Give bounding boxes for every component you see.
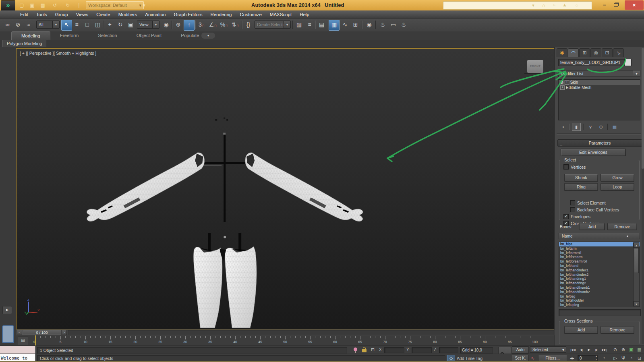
select-and-rotate-icon[interactable]: ↻ (115, 20, 125, 30)
time-slider-track[interactable] (68, 330, 554, 335)
zoom-extents-all-icon[interactable]: ▦ (636, 346, 643, 353)
bone-item-bn-lefthandring1[interactable]: bn_lefthandring1 (559, 277, 640, 281)
key-filter-dropdown[interactable]: Selected ▾ (530, 346, 566, 353)
menu-modifiers[interactable]: Modifiers (114, 10, 141, 19)
model-left-leg[interactable] (194, 247, 222, 328)
bone-item-bn-leftleg[interactable]: bn_leftleg (559, 294, 640, 299)
zoom-icon[interactable]: ⊙ (611, 346, 619, 353)
tab-hierarchy[interactable]: ⊞ (579, 48, 590, 57)
ribbon-tab-freeform[interactable]: Freeform (50, 31, 89, 40)
menu-help[interactable]: Help (296, 10, 313, 19)
bone-item-bn-lefthandthumb2[interactable]: bn_lefthandthumb2 (559, 290, 640, 294)
selection-filter-dropdown[interactable]: All ▾ (36, 21, 60, 29)
snaps-toggle-icon[interactable]: 3∩ (197, 20, 207, 30)
mirror-icon[interactable]: ▨ (294, 20, 304, 30)
play-icon[interactable]: ▶ (585, 346, 593, 353)
bone-item-bn-leftforearmroll[interactable]: bn_leftforearmroll (559, 259, 640, 264)
minimize-button[interactable]: – (599, 1, 610, 9)
edit-named-selection-sets-icon[interactable]: {} (243, 20, 253, 30)
zoom-extents-icon[interactable]: ▣ (627, 346, 635, 353)
pin-stack-icon[interactable]: ⊸ (558, 123, 566, 130)
checkbox-vertices[interactable] (563, 164, 569, 170)
time-slider-handle[interactable]: 0 / 100 (23, 330, 61, 335)
macro-recorder-field[interactable] (0, 346, 35, 354)
remove-modifier-icon[interactable]: ⊖ (597, 123, 605, 130)
expand-plus-icon[interactable]: + (565, 80, 569, 85)
menu-tools[interactable]: Tools (32, 10, 51, 19)
search-go-icon[interactable]: ▾ (529, 2, 538, 9)
toolbar-flyout-icon[interactable]: ▾ (140, 2, 148, 9)
select-and-manipulate-icon[interactable]: ⊕ (173, 20, 183, 30)
tab-display[interactable]: ⊡ (602, 48, 613, 57)
go-to-end-icon[interactable]: ▶▶| (601, 346, 608, 353)
track-bar-ruler[interactable]: 5101520253035404550556065707580859095100… (26, 335, 552, 345)
viewport-layout-expand-button[interactable]: ▶ (2, 306, 12, 314)
tab-create[interactable]: ∗ (557, 48, 567, 57)
shrink-button[interactable]: Shrink (564, 174, 598, 182)
align-icon[interactable]: ≡ (304, 20, 315, 30)
model-right-leg[interactable] (225, 246, 257, 328)
previous-key-icon[interactable]: ◀| (578, 346, 585, 353)
use-pivot-point-center-icon[interactable]: ◉ (161, 20, 171, 30)
menu-graph-editors[interactable]: Graph Editors (170, 10, 206, 19)
bone-item-bn-hips[interactable]: bn_hips (559, 242, 640, 246)
bone-item-bn-lefthandindex2[interactable]: bn_lefthandindex2 (559, 273, 640, 277)
select-and-move-icon[interactable]: + (105, 20, 115, 30)
stack-item-skin[interactable]: ◍+Skin (559, 80, 640, 85)
scroll-up-icon[interactable]: ▲ (634, 242, 639, 248)
bone-cross[interactable] (198, 118, 250, 222)
panel-scrollbar-thumb[interactable] (642, 48, 644, 169)
bone-item-bn-lefthandindex1[interactable]: bn_lefthandindex1 (559, 268, 640, 273)
bone-item-bn-lefthandring2[interactable]: bn_lefthandring2 (559, 281, 640, 285)
save-file-icon[interactable]: ▦ (39, 2, 47, 9)
keyboard-shortcut-override-icon[interactable]: ↑ (184, 20, 195, 31)
render-setup-icon[interactable]: ♨ (378, 20, 388, 30)
tab-utilities[interactable]: ⊤ (613, 48, 624, 57)
new-scene-icon[interactable]: ▢ (18, 2, 26, 9)
next-frame-button[interactable]: > (62, 330, 67, 335)
select-and-scale-icon[interactable]: ▣ (126, 20, 136, 30)
bone-item-bn-leftarm[interactable]: bn_leftarm (559, 246, 640, 251)
restore-button[interactable] (611, 1, 621, 9)
menu-group[interactable]: Group (51, 10, 72, 19)
spinner-down-icon[interactable]: ▾ (596, 358, 597, 360)
next-key-icon[interactable]: |▶ (592, 346, 600, 353)
window-crossing-icon[interactable]: ◫ (93, 20, 103, 30)
close-button[interactable]: × (625, 0, 644, 10)
zoom-all-icon[interactable]: ⊕ (619, 346, 627, 353)
workspace-selector[interactable]: Workspace: Default ▾ (86, 1, 144, 9)
named-selection-sets-dropdown[interactable]: Create Selection S ▾ (255, 21, 291, 29)
bone-item-bn-lefthand[interactable]: bn_lefthand (559, 264, 640, 268)
rendered-frame-window-icon[interactable]: ▭ (388, 20, 398, 30)
selection-lock-icon[interactable] (362, 349, 367, 352)
perspective-viewport[interactable]: [ + ][ Perspective ][ Smooth + Highlight… (16, 48, 554, 329)
polygon-modeling-panel-tab[interactable]: Polygon Modeling (2, 40, 46, 47)
select-and-link-icon[interactable]: ∞ (2, 20, 12, 30)
bone-name-field[interactable] (559, 309, 641, 316)
open-file-icon[interactable]: ▣ (28, 2, 36, 9)
cross-section-remove-button[interactable]: Remove (601, 326, 634, 334)
scroll-down-icon[interactable]: ▼ (634, 301, 639, 306)
ribbon-tab-object-paint[interactable]: Object Paint (127, 31, 172, 40)
viewport-layout-tab[interactable] (2, 325, 14, 343)
bone-item-bn-leftshoulder[interactable]: bn_leftshoulder (559, 298, 640, 303)
menu-animation[interactable]: Animation (141, 10, 170, 19)
app-menu-button[interactable]: » (1, 0, 15, 11)
notification-balloon-icon[interactable] (354, 348, 357, 351)
auto-key-button[interactable]: Auto (512, 346, 529, 354)
infocenter-search-input[interactable] (445, 2, 527, 9)
sign-in-icon[interactable]: ∩ (539, 2, 548, 9)
show-end-result-icon[interactable]: ▮ (572, 123, 581, 131)
menu-rendering[interactable]: Rendering (206, 10, 236, 19)
bone-item-bn-lefthandthumb1[interactable]: bn_lefthandthumb1 (559, 285, 640, 290)
make-unique-icon[interactable]: ∨ (586, 123, 594, 130)
layer-manager-icon[interactable]: ▤ (317, 20, 327, 30)
remove-bone-button[interactable]: Remove (607, 223, 637, 230)
bone-item-bn-leftforearm[interactable]: bn_leftforearm (559, 255, 640, 259)
checkbox-envelopes[interactable]: ✓ (563, 214, 569, 219)
add-bone-button[interactable]: Add (579, 223, 605, 230)
select-object-icon[interactable]: ↖ (61, 20, 72, 31)
bones-name-header[interactable]: Name ▲ (559, 233, 640, 239)
model-right-arm[interactable] (245, 153, 363, 221)
favorites-icon[interactable]: ★ (560, 2, 569, 9)
